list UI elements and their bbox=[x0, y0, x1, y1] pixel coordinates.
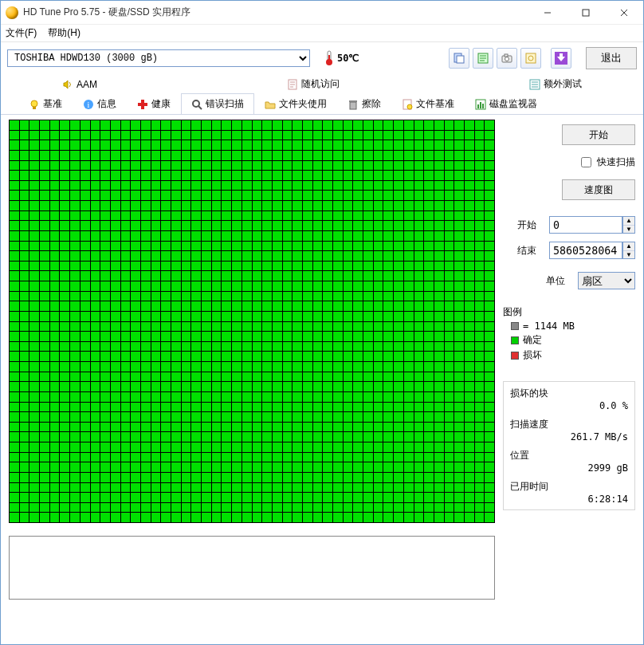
save-button[interactable] bbox=[551, 48, 571, 69]
list-icon bbox=[529, 79, 540, 90]
block-map bbox=[9, 120, 495, 523]
tab-error-scan[interactable]: 错误扫描 bbox=[181, 93, 254, 114]
svg-rect-42 bbox=[482, 104, 484, 108]
app-window: HD Tune Pro 5.75 - 硬盘/SSD 实用程序 文件(F) 帮助(… bbox=[0, 0, 644, 645]
options-button[interactable] bbox=[520, 48, 541, 69]
quick-scan-input[interactable] bbox=[581, 157, 591, 167]
tab-info[interactable]: i 信息 bbox=[73, 93, 127, 114]
info-icon: i bbox=[83, 99, 94, 110]
elapsed-value: 6:28:14 bbox=[510, 494, 628, 505]
start-sector-label: 开始 bbox=[517, 218, 543, 232]
svg-rect-41 bbox=[480, 102, 481, 108]
trash-icon bbox=[348, 99, 359, 110]
screenshot-button[interactable] bbox=[497, 48, 517, 69]
tab-file-benchmark[interactable]: 文件基准 bbox=[391, 93, 465, 114]
damaged-blocks-label: 损坏的块 bbox=[510, 387, 628, 400]
thermometer-icon bbox=[324, 50, 334, 66]
svg-rect-36 bbox=[349, 100, 357, 102]
start-sector-input[interactable] bbox=[549, 216, 622, 234]
menu-file[interactable]: 文件(F) bbox=[6, 26, 37, 40]
tabstrip-top: AAM 随机访问 额外测试 bbox=[1, 74, 643, 93]
message-box[interactable] bbox=[9, 536, 495, 600]
speed-map-button[interactable]: 速度图 bbox=[562, 179, 635, 200]
menu-bar: 文件(F) 帮助(H) bbox=[1, 25, 643, 42]
menu-help[interactable]: 帮助(H) bbox=[48, 26, 80, 40]
legend-swatch-ok bbox=[511, 336, 519, 344]
scan-speed-label: 扫描速度 bbox=[510, 418, 628, 431]
folder-icon bbox=[265, 99, 276, 110]
file-bench-icon bbox=[402, 99, 413, 110]
svg-rect-28 bbox=[33, 107, 36, 109]
svg-point-33 bbox=[193, 100, 199, 107]
chart-icon bbox=[475, 99, 486, 110]
exit-button[interactable]: 退出 bbox=[586, 47, 637, 69]
start-spinner[interactable]: ▲▼ bbox=[622, 216, 635, 234]
elapsed-label: 已用时间 bbox=[510, 480, 628, 494]
svg-rect-35 bbox=[350, 102, 356, 109]
quick-scan-checkbox[interactable]: 快速扫描 bbox=[503, 155, 635, 170]
tab-erase[interactable]: 擦除 bbox=[337, 93, 391, 114]
svg-rect-40 bbox=[477, 104, 479, 108]
svg-rect-1 bbox=[583, 10, 589, 16]
end-sector-input[interactable] bbox=[549, 242, 622, 259]
tab-aam[interactable]: AAM bbox=[49, 74, 111, 93]
legend-header: 图例 bbox=[503, 305, 635, 319]
health-icon bbox=[137, 99, 148, 110]
unit-select[interactable]: 扇区 bbox=[578, 272, 635, 289]
legend-swatch-block bbox=[511, 322, 519, 330]
svg-rect-8 bbox=[457, 56, 464, 63]
magnifier-icon bbox=[191, 99, 202, 110]
start-button[interactable]: 开始 bbox=[562, 124, 635, 145]
copy-info-button[interactable] bbox=[449, 48, 469, 69]
tab-disk-monitor[interactable]: 磁盘监视器 bbox=[465, 93, 548, 114]
tabstrip-main: 基准 i 信息 健康 错误扫描 文件夹使用 擦除 文件基准 磁盘监视器 bbox=[1, 93, 643, 115]
window-title: HD Tune Pro 5.75 - 硬盘/SSD 实用程序 bbox=[23, 6, 528, 19]
speaker-icon bbox=[62, 79, 73, 90]
svg-rect-16 bbox=[526, 53, 536, 63]
copy-text-button[interactable] bbox=[473, 48, 493, 69]
svg-point-27 bbox=[31, 100, 37, 107]
app-icon bbox=[6, 6, 18, 19]
position-label: 位置 bbox=[510, 449, 628, 462]
legend-swatch-damaged bbox=[511, 352, 519, 360]
tab-folder-usage[interactable]: 文件夹使用 bbox=[254, 93, 337, 114]
end-spinner[interactable]: ▲▼ bbox=[622, 242, 635, 259]
tab-benchmark[interactable]: 基准 bbox=[18, 93, 73, 114]
bulb-icon bbox=[29, 99, 40, 110]
document-icon bbox=[287, 79, 298, 90]
maximize-button[interactable] bbox=[567, 1, 605, 25]
temperature-display: 50℃ bbox=[324, 50, 359, 66]
svg-line-34 bbox=[198, 106, 202, 109]
toolbar: TOSHIBA HDWD130 (3000 gB) 50℃ bbox=[1, 42, 643, 74]
client-area: 开始 快速扫描 速度图 开始 ▲▼ 结束 ▲ bbox=[1, 115, 643, 644]
svg-point-38 bbox=[407, 104, 412, 109]
stats-box: 损坏的块 0.0 % 扫描速度 261.7 MB/s 位置 2999 gB 已用… bbox=[503, 381, 635, 510]
end-sector-label: 结束 bbox=[517, 244, 543, 258]
legend: 图例 = 1144 MB 确定 损坏 bbox=[503, 305, 635, 364]
svg-text:i: i bbox=[88, 100, 90, 109]
right-panel: 开始 快速扫描 速度图 开始 ▲▼ 结束 ▲ bbox=[503, 120, 635, 523]
position-value: 2999 gB bbox=[510, 462, 628, 474]
svg-rect-6 bbox=[328, 55, 330, 62]
scan-speed-value: 261.7 MB/s bbox=[510, 431, 628, 442]
svg-rect-15 bbox=[505, 54, 508, 57]
temperature-value: 50℃ bbox=[337, 53, 359, 64]
minimize-button[interactable] bbox=[528, 1, 567, 25]
tab-random-access[interactable]: 随机访问 bbox=[273, 74, 353, 93]
unit-label: 单位 bbox=[546, 274, 571, 288]
window-controls bbox=[528, 1, 643, 25]
tab-health[interactable]: 健康 bbox=[127, 93, 181, 114]
title-bar: HD Tune Pro 5.75 - 硬盘/SSD 实用程序 bbox=[1, 1, 643, 25]
svg-point-14 bbox=[505, 57, 509, 61]
svg-rect-32 bbox=[138, 103, 147, 106]
device-select[interactable]: TOSHIBA HDWD130 (3000 gB) bbox=[7, 49, 310, 67]
close-button[interactable] bbox=[605, 1, 643, 25]
damaged-blocks-value: 0.0 % bbox=[510, 400, 628, 411]
tab-extra-tests[interactable]: 额外测试 bbox=[516, 74, 595, 93]
